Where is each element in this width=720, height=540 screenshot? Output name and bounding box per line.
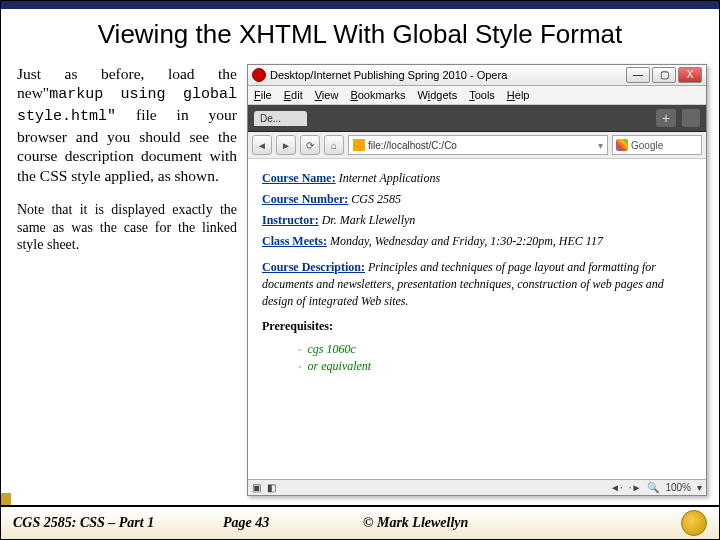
footer-page: Page 43 xyxy=(223,515,363,531)
prerequisites-list: ◦cgs 1060c ◦or equivalent xyxy=(298,342,692,374)
browser-tab[interactable]: De... xyxy=(254,111,307,126)
instructor-label: Instructor: xyxy=(262,213,319,227)
footer-copyright: © Mark Llewellyn xyxy=(363,515,681,531)
course-number-label: Course Number: xyxy=(262,192,348,206)
forward-button[interactable]: ► xyxy=(276,135,296,155)
ucf-logo-icon xyxy=(681,510,707,536)
zoom-icon[interactable]: 🔍 xyxy=(647,482,659,493)
slide-title: Viewing the XHTML With Global Style Form… xyxy=(1,9,719,56)
menu-widgets[interactable]: Widgets xyxy=(417,89,457,101)
window-title-text: Desktop/Internet Publishing Spring 2010 … xyxy=(270,69,507,81)
prerequisites-label: Prerequisites: xyxy=(262,319,692,334)
footer-course: CGS 2585: CSS – Part 1 xyxy=(13,515,223,531)
opera-icon xyxy=(252,68,266,82)
description-row: Course Description: Principles and techn… xyxy=(262,259,692,309)
status-bar: ▣ ◧ ◄· ·► 🔍 100% ▾ xyxy=(248,479,706,495)
list-item: ◦or equivalent xyxy=(298,359,692,374)
bullet-icon: ◦ xyxy=(298,361,302,372)
menu-bookmarks[interactable]: Bookmarks xyxy=(350,89,405,101)
slide-footer: CGS 2585: CSS – Part 1 Page 43 © Mark Ll… xyxy=(1,505,719,539)
menu-tools[interactable]: Tools xyxy=(469,89,495,101)
list-item: ◦cgs 1060c xyxy=(298,342,692,357)
instructor-value: Dr. Mark Llewellyn xyxy=(322,213,416,227)
prereq-2: or equivalent xyxy=(308,359,372,373)
course-name-row: Course Name: Internet Applications xyxy=(262,171,692,186)
back-button[interactable]: ◄ xyxy=(252,135,272,155)
bullet-icon: ◦ xyxy=(298,344,302,355)
maximize-button[interactable]: ▢ xyxy=(652,67,676,83)
page-icon xyxy=(353,139,365,151)
right-column: Desktop/Internet Publishing Spring 2010 … xyxy=(247,64,707,496)
scroll-right-icon[interactable]: ·► xyxy=(629,482,642,493)
menu-file[interactable]: File xyxy=(254,89,272,101)
left-column: Just as before, load the new"markup usin… xyxy=(17,64,237,496)
address-input[interactable]: file://localhost/C:/Co ▾ xyxy=(348,135,608,155)
closed-tabs-button[interactable] xyxy=(682,109,700,127)
menu-bar: File Edit View Bookmarks Widgets Tools H… xyxy=(248,86,706,105)
new-tab-button[interactable]: + xyxy=(656,109,676,127)
paragraph-2: Note that it is displayed exactly the sa… xyxy=(17,201,237,254)
prereq-1: cgs 1060c xyxy=(308,342,356,356)
dropdown-icon[interactable]: ▾ xyxy=(598,140,603,151)
home-button[interactable]: ⌂ xyxy=(324,135,344,155)
search-placeholder: Google xyxy=(631,140,663,151)
instructor-row: Instructor: Dr. Mark Llewellyn xyxy=(262,213,692,228)
window-titlebar[interactable]: Desktop/Internet Publishing Spring 2010 … xyxy=(248,65,706,86)
slide-accent-bar xyxy=(1,1,719,9)
zoom-dropdown-icon[interactable]: ▾ xyxy=(697,482,702,493)
tab-bar: De... + xyxy=(248,105,706,132)
description-label: Course Description: xyxy=(262,260,365,274)
course-name-label: Course Name: xyxy=(262,171,336,185)
slide-content: Just as before, load the new"markup usin… xyxy=(1,56,719,496)
search-input[interactable]: Google xyxy=(612,135,702,155)
reload-button[interactable]: ⟳ xyxy=(300,135,320,155)
zoom-value: 100% xyxy=(665,482,691,493)
gold-accent xyxy=(1,493,11,505)
course-name-value: Internet Applications xyxy=(339,171,440,185)
paragraph-1: Just as before, load the new"markup usin… xyxy=(17,64,237,185)
class-meets-row: Class Meets: Monday, Wednesday and Frida… xyxy=(262,234,692,249)
scroll-left-icon[interactable]: ◄· xyxy=(610,482,623,493)
menu-help[interactable]: Help xyxy=(507,89,530,101)
minimize-button[interactable]: — xyxy=(626,67,650,83)
class-meets-value: Monday, Wednesday and Friday, 1:30-2:20p… xyxy=(330,234,603,248)
menu-view[interactable]: View xyxy=(315,89,339,101)
google-icon xyxy=(616,139,628,151)
sidebar-toggle-icon[interactable]: ◧ xyxy=(267,482,276,493)
course-number-row: Course Number: CGS 2585 xyxy=(262,192,692,207)
browser-window: Desktop/Internet Publishing Spring 2010 … xyxy=(247,64,707,496)
course-number-value: CGS 2585 xyxy=(351,192,401,206)
address-text: file://localhost/C:/Co xyxy=(368,140,457,151)
page-content: Course Name: Internet Applications Cours… xyxy=(248,159,706,479)
menu-edit[interactable]: Edit xyxy=(284,89,303,101)
view-icon[interactable]: ▣ xyxy=(252,482,261,493)
class-meets-label: Class Meets: xyxy=(262,234,327,248)
window-buttons: — ▢ X xyxy=(626,67,702,83)
close-button[interactable]: X xyxy=(678,67,702,83)
address-bar-row: ◄ ► ⟳ ⌂ file://localhost/C:/Co ▾ Google xyxy=(248,132,706,159)
